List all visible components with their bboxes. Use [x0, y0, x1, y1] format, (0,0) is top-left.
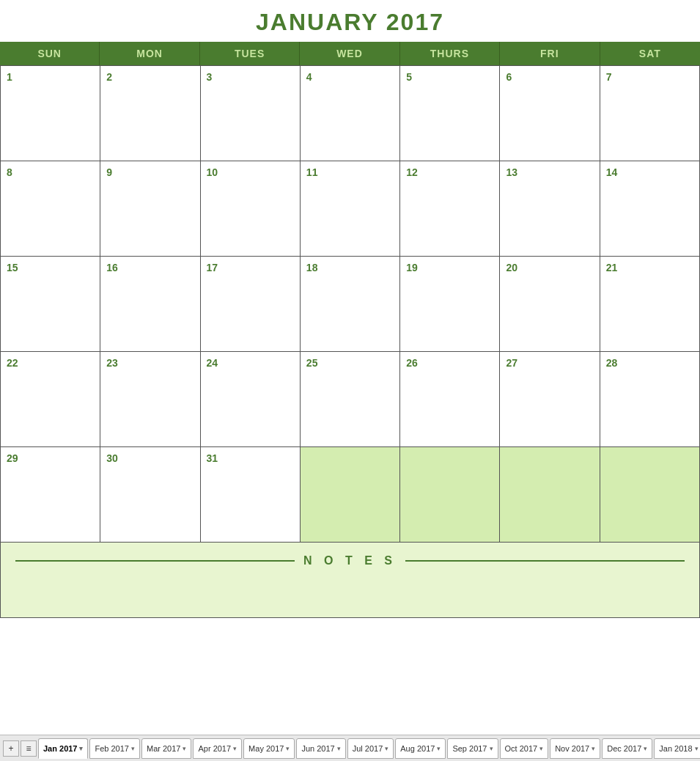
empty-cell[interactable] — [500, 447, 600, 543]
tab-chevron-icon[interactable]: ▾ — [437, 745, 441, 752]
tab-dec-2017[interactable]: Dec 2017 ▾ — [602, 738, 652, 759]
day-number: 4 — [306, 71, 312, 83]
tab-chevron-icon[interactable]: ▾ — [337, 745, 341, 752]
tab-bar[interactable]: + ≡ Jan 2017 ▾Feb 2017 ▾Mar 2017 ▾Apr 20… — [0, 735, 700, 761]
day-number: 25 — [306, 357, 318, 369]
tab-jul-2017[interactable]: Jul 2017 ▾ — [347, 738, 394, 759]
tab-oct-2017[interactable]: Oct 2017 ▾ — [500, 738, 549, 759]
cal-day-10[interactable]: 10 — [201, 161, 301, 257]
cal-day-8[interactable]: 8 — [1, 161, 100, 257]
tab-jun-2017[interactable]: Jun 2017 ▾ — [296, 738, 345, 759]
cal-day-28[interactable]: 28 — [600, 352, 700, 447]
tab-apr-2017[interactable]: Apr 2017 ▾ — [193, 738, 242, 759]
tab-chevron-icon[interactable]: ▾ — [79, 745, 83, 752]
day-number: 14 — [606, 166, 618, 178]
notes-title-row: N O T E S — [15, 554, 685, 567]
day-number: 29 — [7, 452, 18, 464]
tab-chevron-icon[interactable]: ▾ — [286, 745, 290, 752]
cal-day-21[interactable]: 21 — [600, 257, 700, 352]
cal-day-2[interactable]: 2 — [100, 66, 200, 161]
tab-chevron-icon[interactable]: ▾ — [131, 745, 135, 752]
cal-day-13[interactable]: 13 — [500, 161, 600, 257]
sheet-list-button[interactable]: ≡ — [21, 740, 37, 757]
day-number: 22 — [7, 357, 18, 369]
notes-label: N O T E S — [303, 554, 397, 567]
cal-day-7[interactable]: 7 — [600, 66, 700, 161]
day-number: 24 — [207, 357, 218, 369]
cal-day-24[interactable]: 24 — [201, 352, 301, 447]
day-number: 2 — [106, 71, 112, 83]
day-number: 16 — [106, 262, 118, 273]
cal-day-14[interactable]: 14 — [600, 161, 700, 257]
day-number: 15 — [7, 262, 18, 273]
day-number: 11 — [306, 166, 318, 178]
cal-day-30[interactable]: 30 — [100, 447, 200, 543]
cal-day-15[interactable]: 15 — [1, 257, 100, 352]
tab-chevron-icon[interactable]: ▾ — [490, 745, 493, 752]
empty-cell[interactable] — [600, 447, 700, 543]
day-header-mon: MON — [100, 42, 199, 65]
tab-may-2017[interactable]: May 2017 ▾ — [243, 738, 295, 759]
cal-day-31[interactable]: 31 — [201, 447, 301, 543]
calendar-container: JANUARY 2017 SUNMONTUESWEDTHURSFRISAT 12… — [0, 0, 700, 618]
cal-day-26[interactable]: 26 — [400, 352, 500, 447]
cal-day-6[interactable]: 6 — [500, 66, 600, 161]
day-number: 3 — [207, 71, 213, 83]
tab-chevron-icon[interactable]: ▾ — [695, 745, 699, 752]
calendar-title: JANUARY 2017 — [0, 0, 700, 42]
cal-day-19[interactable]: 19 — [400, 257, 500, 352]
notes-line-right — [405, 560, 685, 562]
tab-jan-2018[interactable]: Jan 2018 ▾ — [654, 738, 700, 759]
tab-chevron-icon[interactable]: ▾ — [592, 745, 595, 752]
cal-day-1[interactable]: 1 — [1, 66, 100, 161]
add-sheet-button[interactable]: + — [3, 740, 19, 757]
day-header-sun: SUN — [0, 42, 100, 65]
day-number: 27 — [506, 357, 517, 369]
cal-day-11[interactable]: 11 — [301, 161, 400, 257]
cal-day-9[interactable]: 9 — [100, 161, 200, 257]
tab-feb-2017[interactable]: Feb 2017 ▾ — [89, 738, 139, 759]
cal-day-18[interactable]: 18 — [301, 257, 400, 352]
tab-chevron-icon[interactable]: ▾ — [644, 745, 647, 752]
cal-day-12[interactable]: 12 — [400, 161, 500, 257]
day-number: 18 — [306, 262, 318, 273]
day-number: 13 — [506, 166, 517, 178]
cal-day-29[interactable]: 29 — [1, 447, 100, 543]
tab-chevron-icon[interactable]: ▾ — [183, 745, 186, 752]
day-number: 7 — [606, 71, 612, 83]
day-number: 23 — [106, 357, 118, 369]
notes-section[interactable]: N O T E S — [0, 543, 700, 618]
cal-day-5[interactable]: 5 — [400, 66, 500, 161]
tab-chevron-icon[interactable]: ▾ — [539, 745, 543, 752]
day-number: 1 — [7, 71, 12, 83]
day-number: 30 — [106, 452, 118, 464]
day-header-wed: WED — [300, 42, 399, 65]
tab-chevron-icon[interactable]: ▾ — [233, 745, 237, 752]
cal-day-17[interactable]: 17 — [201, 257, 301, 352]
cal-day-3[interactable]: 3 — [201, 66, 301, 161]
cal-day-16[interactable]: 16 — [100, 257, 200, 352]
tab-sep-2017[interactable]: Sep 2017 ▾ — [447, 738, 498, 759]
day-number: 12 — [406, 166, 418, 178]
empty-cell[interactable] — [301, 447, 400, 543]
cal-day-22[interactable]: 22 — [1, 352, 100, 447]
day-header-thurs: THURS — [400, 42, 500, 65]
day-number: 17 — [207, 262, 218, 273]
day-header-sat: SAT — [600, 42, 700, 65]
tab-mar-2017[interactable]: Mar 2017 ▾ — [141, 738, 191, 759]
tab-nov-2017[interactable]: Nov 2017 ▾ — [550, 738, 600, 759]
cal-day-27[interactable]: 27 — [500, 352, 600, 447]
tab-aug-2017[interactable]: Aug 2017 ▾ — [395, 738, 446, 759]
day-number: 6 — [506, 71, 512, 83]
cal-day-20[interactable]: 20 — [500, 257, 600, 352]
day-number: 8 — [7, 166, 12, 178]
cal-day-23[interactable]: 23 — [100, 352, 200, 447]
day-number: 31 — [207, 452, 218, 464]
cal-day-4[interactable]: 4 — [301, 66, 400, 161]
day-number: 20 — [506, 262, 517, 273]
day-number: 5 — [406, 71, 412, 83]
tab-jan-2017[interactable]: Jan 2017 ▾ — [38, 738, 88, 759]
cal-day-25[interactable]: 25 — [301, 352, 400, 447]
tab-chevron-icon[interactable]: ▾ — [385, 745, 388, 752]
empty-cell[interactable] — [400, 447, 500, 543]
